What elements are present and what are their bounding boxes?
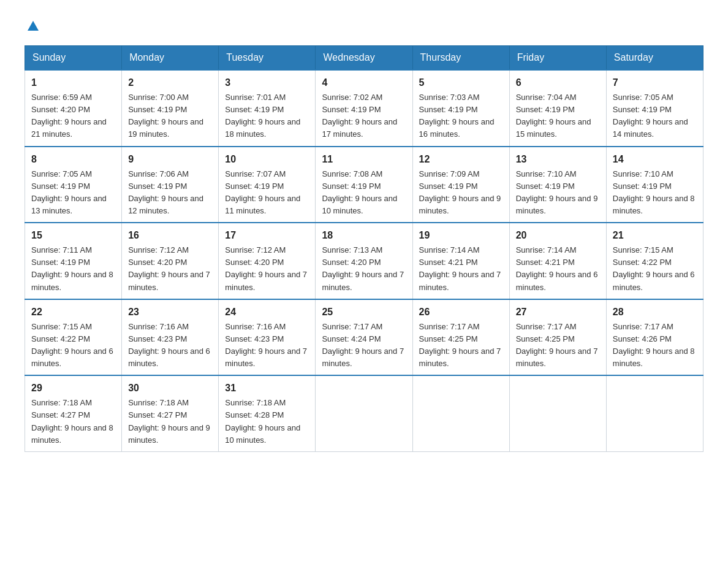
calendar-cell: 23Sunrise: 7:16 AMSunset: 4:23 PMDayligh…: [122, 299, 219, 376]
weekday-header-thursday: Thursday: [412, 46, 509, 71]
cell-sun-info: Sunrise: 7:17 AMSunset: 4:26 PMDaylight:…: [613, 321, 697, 370]
calendar-cell: 24Sunrise: 7:16 AMSunset: 4:23 PMDayligh…: [219, 299, 316, 376]
cell-sun-info: Sunrise: 7:00 AMSunset: 4:19 PMDaylight:…: [128, 91, 212, 141]
cell-sun-info: Sunrise: 7:09 AMSunset: 4:19 PMDaylight:…: [419, 168, 503, 218]
cell-sun-info: Sunrise: 7:14 AMSunset: 4:21 PMDaylight:…: [419, 244, 503, 294]
day-number: 23: [128, 305, 212, 320]
cell-sun-info: Sunrise: 7:13 AMSunset: 4:20 PMDaylight:…: [322, 244, 406, 294]
cell-sun-info: Sunrise: 7:18 AMSunset: 4:27 PMDaylight:…: [31, 397, 115, 446]
day-number: 7: [613, 75, 697, 90]
cell-sun-info: Sunrise: 7:16 AMSunset: 4:23 PMDaylight:…: [128, 321, 212, 370]
day-number: 2: [128, 75, 212, 90]
cell-sun-info: Sunrise: 7:08 AMSunset: 4:19 PMDaylight:…: [322, 168, 406, 218]
logo-triangle-icon: [26, 20, 40, 33]
cell-sun-info: Sunrise: 7:15 AMSunset: 4:22 PMDaylight:…: [613, 244, 697, 294]
calendar-cell: 7Sunrise: 7:05 AMSunset: 4:19 PMDaylight…: [606, 70, 703, 147]
day-number: 26: [419, 305, 503, 320]
cell-sun-info: Sunrise: 7:12 AMSunset: 4:20 PMDaylight:…: [225, 244, 309, 294]
weekday-header-wednesday: Wednesday: [316, 46, 412, 71]
calendar-cell: 21Sunrise: 7:15 AMSunset: 4:22 PMDayligh…: [606, 223, 703, 299]
day-number: 13: [516, 152, 600, 167]
cell-sun-info: Sunrise: 7:17 AMSunset: 4:25 PMDaylight:…: [516, 321, 600, 370]
cell-sun-info: Sunrise: 7:07 AMSunset: 4:19 PMDaylight:…: [225, 168, 309, 218]
day-number: 6: [516, 75, 600, 90]
cell-sun-info: Sunrise: 7:04 AMSunset: 4:19 PMDaylight:…: [516, 91, 600, 141]
calendar-cell: 8Sunrise: 7:05 AMSunset: 4:19 PMDaylight…: [25, 147, 122, 223]
day-number: 21: [613, 228, 697, 243]
calendar-cell: [412, 375, 509, 451]
day-number: 25: [322, 305, 406, 320]
cell-sun-info: Sunrise: 7:05 AMSunset: 4:19 PMDaylight:…: [31, 168, 115, 218]
cell-sun-info: Sunrise: 7:05 AMSunset: 4:19 PMDaylight:…: [613, 91, 697, 141]
day-number: 3: [225, 75, 309, 90]
day-number: 10: [225, 152, 309, 167]
calendar-cell: 11Sunrise: 7:08 AMSunset: 4:19 PMDayligh…: [316, 147, 412, 223]
day-number: 30: [128, 381, 212, 396]
calendar-table: SundayMondayTuesdayWednesdayThursdayFrid…: [25, 45, 703, 452]
day-number: 11: [322, 152, 406, 167]
cell-sun-info: Sunrise: 7:17 AMSunset: 4:25 PMDaylight:…: [419, 321, 503, 370]
calendar-cell: 2Sunrise: 7:00 AMSunset: 4:19 PMDaylight…: [122, 70, 219, 147]
calendar-cell: 31Sunrise: 7:18 AMSunset: 4:28 PMDayligh…: [219, 375, 316, 451]
calendar-cell: 30Sunrise: 7:18 AMSunset: 4:27 PMDayligh…: [122, 375, 219, 451]
calendar-cell: 4Sunrise: 7:02 AMSunset: 4:19 PMDaylight…: [316, 70, 412, 147]
cell-sun-info: Sunrise: 7:01 AMSunset: 4:19 PMDaylight:…: [225, 91, 309, 141]
calendar-cell: [606, 375, 703, 451]
calendar-week-row: 1Sunrise: 6:59 AMSunset: 4:20 PMDaylight…: [25, 70, 703, 147]
day-number: 19: [419, 228, 503, 243]
day-number: 29: [31, 381, 115, 396]
calendar-cell: 29Sunrise: 7:18 AMSunset: 4:27 PMDayligh…: [25, 375, 122, 451]
day-number: 14: [613, 152, 697, 167]
calendar-cell: 18Sunrise: 7:13 AMSunset: 4:20 PMDayligh…: [316, 223, 412, 299]
weekday-header-saturday: Saturday: [606, 46, 703, 71]
day-number: 18: [322, 228, 406, 243]
day-number: 31: [225, 381, 309, 396]
calendar-week-row: 8Sunrise: 7:05 AMSunset: 4:19 PMDaylight…: [25, 147, 703, 223]
cell-sun-info: Sunrise: 7:18 AMSunset: 4:27 PMDaylight:…: [128, 397, 212, 446]
weekday-header-row: SundayMondayTuesdayWednesdayThursdayFrid…: [25, 46, 703, 71]
cell-sun-info: Sunrise: 7:10 AMSunset: 4:19 PMDaylight:…: [516, 168, 600, 218]
day-number: 15: [31, 228, 115, 243]
day-number: 27: [516, 305, 600, 320]
cell-sun-info: Sunrise: 7:14 AMSunset: 4:21 PMDaylight:…: [516, 244, 600, 294]
svg-marker-0: [28, 21, 39, 31]
calendar-cell: 20Sunrise: 7:14 AMSunset: 4:21 PMDayligh…: [509, 223, 606, 299]
calendar-cell: 6Sunrise: 7:04 AMSunset: 4:19 PMDaylight…: [509, 70, 606, 147]
calendar-cell: 25Sunrise: 7:17 AMSunset: 4:24 PMDayligh…: [316, 299, 412, 376]
cell-sun-info: Sunrise: 7:06 AMSunset: 4:19 PMDaylight:…: [128, 168, 212, 218]
cell-sun-info: Sunrise: 7:15 AMSunset: 4:22 PMDaylight:…: [31, 321, 115, 370]
day-number: 28: [613, 305, 697, 320]
calendar-week-row: 29Sunrise: 7:18 AMSunset: 4:27 PMDayligh…: [25, 375, 703, 451]
calendar-cell: 26Sunrise: 7:17 AMSunset: 4:25 PMDayligh…: [412, 299, 509, 376]
calendar-cell: 12Sunrise: 7:09 AMSunset: 4:19 PMDayligh…: [412, 147, 509, 223]
day-number: 4: [322, 75, 406, 90]
calendar-cell: 10Sunrise: 7:07 AMSunset: 4:19 PMDayligh…: [219, 147, 316, 223]
day-number: 9: [128, 152, 212, 167]
cell-sun-info: Sunrise: 7:16 AMSunset: 4:23 PMDaylight:…: [225, 321, 309, 370]
calendar-cell: 5Sunrise: 7:03 AMSunset: 4:19 PMDaylight…: [412, 70, 509, 147]
calendar-week-row: 22Sunrise: 7:15 AMSunset: 4:22 PMDayligh…: [25, 299, 703, 376]
cell-sun-info: Sunrise: 7:02 AMSunset: 4:19 PMDaylight:…: [322, 91, 406, 141]
calendar-cell: 9Sunrise: 7:06 AMSunset: 4:19 PMDaylight…: [122, 147, 219, 223]
calendar-cell: [316, 375, 412, 451]
day-number: 8: [31, 152, 115, 167]
calendar-cell: 15Sunrise: 7:11 AMSunset: 4:19 PMDayligh…: [25, 223, 122, 299]
day-number: 12: [419, 152, 503, 167]
cell-sun-info: Sunrise: 7:03 AMSunset: 4:19 PMDaylight:…: [419, 91, 503, 141]
calendar-cell: 19Sunrise: 7:14 AMSunset: 4:21 PMDayligh…: [412, 223, 509, 299]
calendar-cell: 16Sunrise: 7:12 AMSunset: 4:20 PMDayligh…: [122, 223, 219, 299]
cell-sun-info: Sunrise: 7:17 AMSunset: 4:24 PMDaylight:…: [322, 321, 406, 370]
day-number: 16: [128, 228, 212, 243]
calendar-cell: 28Sunrise: 7:17 AMSunset: 4:26 PMDayligh…: [606, 299, 703, 376]
day-number: 17: [225, 228, 309, 243]
calendar-cell: 22Sunrise: 7:15 AMSunset: 4:22 PMDayligh…: [25, 299, 122, 376]
cell-sun-info: Sunrise: 6:59 AMSunset: 4:20 PMDaylight:…: [31, 91, 115, 141]
cell-sun-info: Sunrise: 7:18 AMSunset: 4:28 PMDaylight:…: [225, 397, 309, 446]
calendar-cell: 3Sunrise: 7:01 AMSunset: 4:19 PMDaylight…: [219, 70, 316, 147]
calendar-cell: 14Sunrise: 7:10 AMSunset: 4:19 PMDayligh…: [606, 147, 703, 223]
cell-sun-info: Sunrise: 7:10 AMSunset: 4:19 PMDaylight:…: [613, 168, 697, 218]
calendar-cell: 27Sunrise: 7:17 AMSunset: 4:25 PMDayligh…: [509, 299, 606, 376]
page-header: [25, 18, 703, 33]
calendar-cell: [509, 375, 606, 451]
calendar-week-row: 15Sunrise: 7:11 AMSunset: 4:19 PMDayligh…: [25, 223, 703, 299]
